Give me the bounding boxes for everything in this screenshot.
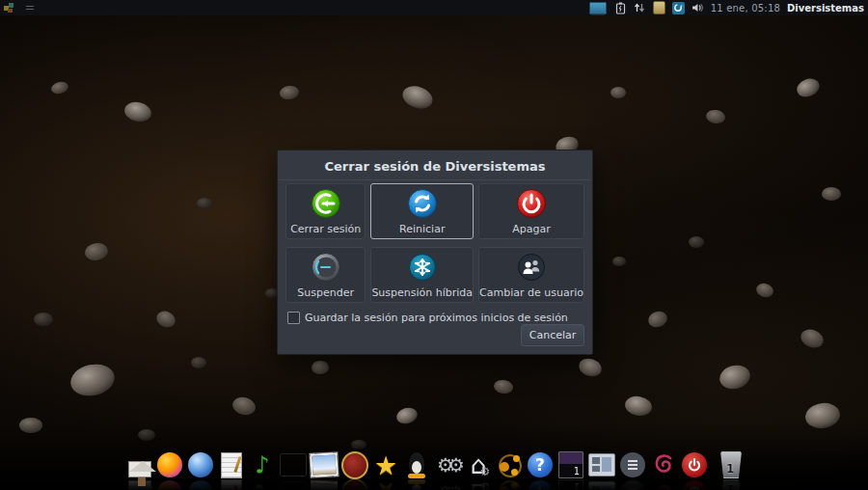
debian-icon[interactable] bbox=[650, 451, 677, 478]
home-icon-shape bbox=[128, 461, 151, 477]
clipboard-icon[interactable] bbox=[653, 2, 665, 14]
network-tool-icon[interactable] bbox=[496, 451, 523, 478]
tux-linux-icon[interactable] bbox=[403, 451, 430, 478]
suspend-button[interactable]: Suspender bbox=[285, 247, 366, 303]
restart-label: Reiniciar bbox=[399, 223, 445, 235]
switch-user-button[interactable]: Cambiar de usuario bbox=[478, 247, 584, 303]
workspace-pager[interactable]: 1 bbox=[557, 451, 584, 478]
note-glyph: ♪ bbox=[255, 453, 269, 476]
suspend-label: Suspender bbox=[297, 286, 354, 299]
panel-tray-group: 11 ene, 05:18 Diversistemas bbox=[614, 0, 864, 15]
photos-icon[interactable] bbox=[311, 451, 338, 478]
dialog-title: Cerrar sesión de Diversistemas bbox=[278, 150, 592, 179]
multimedia-icon[interactable]: ♪ bbox=[249, 451, 276, 478]
star-glyph: ★ bbox=[374, 452, 397, 478]
house-glyph: ⌂⚙ bbox=[471, 452, 487, 477]
hybrid-sleep-label: Suspensión híbrida bbox=[371, 286, 473, 299]
save-session-checkbox[interactable] bbox=[287, 312, 300, 324]
trash-badge: 1 bbox=[726, 462, 734, 476]
cancel-button[interactable]: Cancelar bbox=[521, 324, 584, 346]
panel-app-icon[interactable] bbox=[4, 2, 16, 14]
gears-glyph: ⚙⚙ bbox=[437, 455, 458, 475]
session-actions-grid: Cerrar sesión Reiniciar bbox=[285, 183, 584, 303]
menu-icon[interactable] bbox=[619, 451, 646, 478]
top-panel: 11 ene, 05:18 Diversistemas bbox=[0, 0, 868, 16]
switch-user-icon bbox=[516, 252, 547, 283]
shutdown-label: Apagar bbox=[512, 223, 551, 235]
settings-gears-icon[interactable]: ⚙⚙ bbox=[434, 451, 461, 478]
logout-label: Cerrar sesión bbox=[290, 223, 361, 235]
system-home-icon[interactable]: ⌂⚙ bbox=[465, 451, 492, 478]
dialog-divider bbox=[279, 179, 591, 180]
restart-icon bbox=[407, 188, 438, 219]
hybrid-sleep-icon bbox=[407, 252, 438, 283]
save-session-label: Guardar la sesión para próximos inicios … bbox=[305, 312, 568, 324]
games-icon[interactable] bbox=[341, 451, 368, 478]
home-icon[interactable] bbox=[125, 451, 152, 478]
updates-icon[interactable] bbox=[672, 2, 685, 14]
restart-button[interactable]: Reiniciar bbox=[370, 183, 474, 239]
network-arrows-icon[interactable] bbox=[634, 2, 646, 14]
web-browser-icon[interactable] bbox=[187, 451, 214, 478]
firefox-icon[interactable] bbox=[156, 451, 183, 478]
workspace-switcher[interactable] bbox=[589, 2, 607, 14]
text-editor-icon[interactable] bbox=[218, 451, 245, 478]
battery-icon[interactable] bbox=[614, 2, 627, 14]
dock: ♪ ★ ⚙⚙ ⌂⚙ ? 1 bbox=[125, 449, 743, 478]
panel-hostname: Diversistemas bbox=[787, 3, 864, 14]
panel-clock[interactable]: 11 ene, 05:18 bbox=[711, 3, 780, 14]
question-glyph: ? bbox=[528, 452, 553, 477]
switch-user-label: Cambiar de usuario bbox=[479, 286, 583, 299]
window-menu-icon[interactable] bbox=[26, 4, 34, 12]
display-settings-icon[interactable] bbox=[588, 451, 615, 478]
shutdown-button[interactable]: Apagar bbox=[478, 183, 584, 239]
logout-button[interactable]: Cerrar sesión bbox=[285, 183, 366, 239]
pager-number: 1 bbox=[574, 466, 580, 476]
logout-icon bbox=[311, 188, 341, 219]
panel-left-group bbox=[4, 1, 34, 14]
suspend-icon bbox=[311, 252, 341, 283]
volume-icon[interactable] bbox=[692, 2, 704, 14]
favorites-star-icon[interactable]: ★ bbox=[372, 451, 399, 478]
shutdown-icon bbox=[516, 188, 547, 219]
help-icon[interactable]: ? bbox=[527, 451, 554, 478]
trash-icon[interactable]: 1 bbox=[718, 449, 743, 478]
power-icon[interactable] bbox=[681, 451, 708, 478]
logout-dialog: Cerrar sesión de Diversistemas Cerrar se… bbox=[277, 150, 593, 355]
video-editor-icon[interactable] bbox=[280, 451, 307, 478]
hybrid-sleep-button[interactable]: Suspensión híbrida bbox=[370, 247, 474, 303]
save-session-row: Guardar la sesión para próximos inicios … bbox=[287, 312, 568, 324]
